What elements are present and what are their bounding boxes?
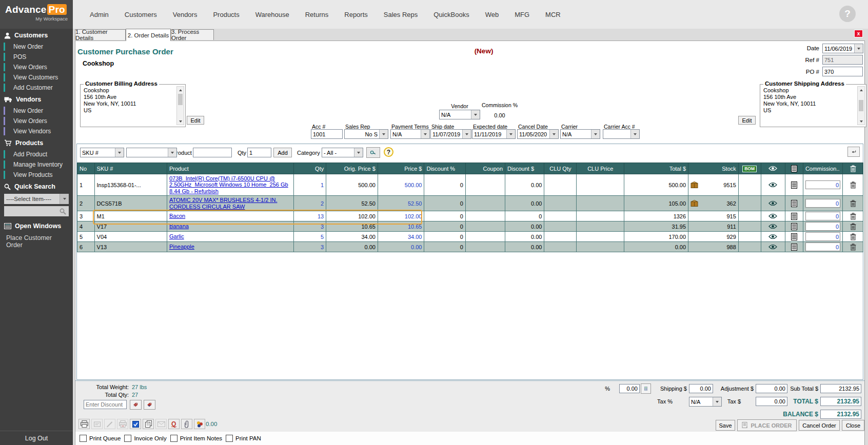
cell-eye[interactable] [761,196,785,211]
auto-print-checkbox-icon[interactable] [130,419,141,429]
scrollbar-thumb[interactable] [178,94,183,105]
sidebar-section-vendors[interactable]: Vendors [0,93,73,106]
nav-item-products[interactable]: Products [213,11,239,18]
column-header-eye[interactable] [761,163,785,174]
field-expected-date[interactable]: 11/11/2019 [472,129,516,139]
nav-item-vendors[interactable]: Vendors [173,11,198,18]
nav-item-reports[interactable]: Reports [344,11,368,18]
column-header-qty[interactable]: Qty [294,163,326,174]
column-header-disc_amt[interactable]: Discount $ [505,163,544,174]
scroll-up-icon[interactable] [858,87,864,93]
nav-item-mfg[interactable]: MFG [515,11,529,18]
nav-item-web[interactable]: Web [485,11,499,18]
column-header-del[interactable] [843,163,863,174]
commission-field[interactable]: 0 [805,222,840,231]
vendor-select[interactable]: N/A [439,110,480,119]
billing-scrollbar[interactable] [176,86,184,125]
commission-field[interactable]: 0 [805,242,840,251]
total-field[interactable] [820,397,861,406]
eye-icon[interactable] [763,213,783,219]
document-icon[interactable] [91,419,103,429]
column-header-commission[interactable]: Commission.. [803,163,842,174]
sidebar-item-customers-add-customer[interactable]: Add Customer [0,83,73,93]
tab-2-order-details[interactable]: 2. Order Details [126,29,171,41]
place-order-button[interactable]: PLACE ORDER [737,419,797,431]
nav-item-returns[interactable]: Returns [305,11,329,18]
export-icon[interactable] [194,419,205,429]
scroll-up-icon[interactable] [177,87,184,93]
shipping-field[interactable] [689,384,713,393]
shipping-edit-button[interactable]: Edit [738,116,756,125]
cell-notes[interactable] [785,211,803,221]
nav-item-admin[interactable]: Admin [90,11,109,18]
sidebar-item-vendors-view-orders[interactable]: View Orders [0,116,73,126]
trash-icon[interactable] [845,200,861,207]
eye-icon[interactable] [763,182,783,188]
tab-1-customer-details[interactable]: 1. Customer Details [75,29,126,40]
close-button[interactable]: Close [842,420,864,431]
cell-eye[interactable] [761,211,785,221]
cell-notes[interactable] [785,196,803,211]
eye-icon[interactable] [763,234,783,239]
nav-item-quickbooks[interactable]: QuickBooks [433,11,469,18]
signature-icon[interactable] [104,419,115,429]
sidebar-item-customers-pos[interactable]: POS [0,52,73,62]
scroll-down-icon[interactable] [858,118,864,125]
column-header-total[interactable]: Total $ [624,163,688,174]
copy-order-icon[interactable] [143,419,154,429]
save-button[interactable]: Save [716,420,735,431]
enter-arrow-icon[interactable] [847,147,860,157]
column-header-sku[interactable]: SKU # [94,163,167,174]
sidebar-item-customers-new-order[interactable]: New Order [0,42,73,52]
print-preview-icon[interactable] [117,419,128,429]
sidebar-item-products-view-products[interactable]: View Products [0,170,73,180]
sku-type-select[interactable]: SKU # [80,148,124,157]
cell-notes[interactable] [785,242,803,252]
help-icon[interactable]: ? [384,147,393,157]
column-header-price[interactable]: Price $ [378,163,424,174]
field-carrier[interactable]: N/A [560,129,600,139]
email-icon[interactable] [155,419,167,429]
open-window-item-place-customer-order[interactable]: Place Customer Order [0,232,73,251]
checkbox-print-item-notes[interactable]: Print Item Notes [170,435,222,442]
cell-notes[interactable] [785,221,803,232]
attachment-icon[interactable] [181,419,192,429]
cancel-order-button[interactable]: Cancel Order [799,420,840,431]
eye-icon[interactable] [763,244,783,250]
field-sales-rep[interactable]: No S [344,129,388,139]
date-select[interactable]: 11/06/2019 [822,44,863,53]
product-link[interactable]: Pineapple [169,244,194,250]
eye-icon[interactable] [763,224,783,229]
cell-del[interactable] [843,221,863,232]
column-header-clu_qty[interactable]: CLU Qty [544,163,577,174]
discount-percent-tag-icon[interactable] [130,400,142,410]
column-header-disc_pct[interactable]: Discount % [424,163,465,174]
column-header-notes[interactable] [785,163,803,174]
product-link[interactable]: ATOMIC 20V MAX* BRUSHLESS 4-1/2 IN. CORD… [169,197,278,210]
product-link[interactable]: 073B_Intel(R) Core(TM) i7-6500U CPU @ 2.… [169,175,288,194]
notes-icon[interactable] [787,233,801,240]
enter-discount-input[interactable] [84,400,127,409]
sidebar-item-vendors-new-order[interactable]: New Order [0,106,73,116]
add-button[interactable]: Add [273,148,292,157]
field-cancel-date[interactable]: 11/05/2020 [517,129,559,139]
field-ship-date[interactable]: 11/07/2019 [430,129,471,139]
cell-del[interactable] [843,196,863,211]
quickbooks-q-icon[interactable]: Q [168,419,180,429]
cell-eye[interactable] [761,174,785,196]
adjustment-field[interactable] [756,384,787,393]
commission-field[interactable]: 0 [805,180,840,189]
field-carrier-acc[interactable] [603,129,640,139]
column-header-orig[interactable]: Orig. Price $ [326,163,378,174]
notes-icon[interactable] [787,223,801,230]
sidebar-item-products-manage-inventory[interactable]: Manage Inventory [0,159,73,170]
notes-icon[interactable] [787,213,801,220]
column-header-product[interactable]: Product [167,163,293,174]
trash-icon[interactable] [845,223,861,230]
scrollbar-thumb[interactable] [859,100,863,111]
column-header-bom[interactable]: BOM [738,163,761,174]
cell-eye[interactable] [761,221,785,232]
sidebar-section-open-windows[interactable]: Open Windows [0,219,73,232]
field-acc[interactable] [311,129,343,139]
qty-input[interactable] [247,148,271,157]
